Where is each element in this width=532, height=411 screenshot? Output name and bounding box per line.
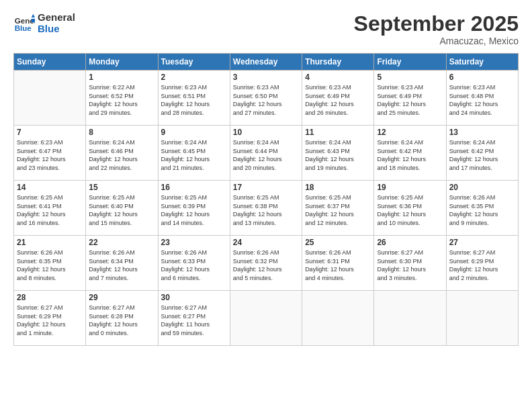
day-info: Sunrise: 6:27 AM Sunset: 6:29 PM Dayligh… <box>17 304 83 337</box>
day-number: 18 <box>305 183 371 192</box>
day-number: 20 <box>449 183 515 192</box>
page: General Blue General Blue September 2025… <box>0 0 532 411</box>
col-thursday: Thursday <box>302 54 374 71</box>
table-row: 24Sunrise: 6:26 AM Sunset: 6:32 PM Dayli… <box>230 236 302 291</box>
day-info: Sunrise: 6:26 AM Sunset: 6:33 PM Dayligh… <box>161 248 227 282</box>
day-info: Sunrise: 6:22 AM Sunset: 6:52 PM Dayligh… <box>89 83 154 117</box>
day-info: Sunrise: 6:25 AM Sunset: 6:36 PM Dayligh… <box>377 193 443 227</box>
table-row: 26Sunrise: 6:27 AM Sunset: 6:30 PM Dayli… <box>374 236 446 291</box>
logo-icon: General Blue <box>13 13 35 34</box>
day-info: Sunrise: 6:26 AM Sunset: 6:35 PM Dayligh… <box>449 193 515 227</box>
table-row: 19Sunrise: 6:25 AM Sunset: 6:36 PM Dayli… <box>374 181 446 236</box>
table-row: 27Sunrise: 6:27 AM Sunset: 6:29 PM Dayli… <box>446 236 518 291</box>
day-info: Sunrise: 6:26 AM Sunset: 6:35 PM Dayligh… <box>17 248 83 282</box>
day-number: 9 <box>161 128 227 137</box>
col-tuesday: Tuesday <box>158 54 230 71</box>
col-friday: Friday <box>374 54 446 71</box>
table-row: 3Sunrise: 6:23 AM Sunset: 6:50 PM Daylig… <box>230 71 302 126</box>
table-row: 6Sunrise: 6:23 AM Sunset: 6:48 PM Daylig… <box>446 71 518 126</box>
table-row: 12Sunrise: 6:24 AM Sunset: 6:42 PM Dayli… <box>374 126 446 181</box>
day-number: 27 <box>449 238 515 247</box>
table-row: 16Sunrise: 6:25 AM Sunset: 6:39 PM Dayli… <box>158 181 230 236</box>
table-row <box>446 291 518 346</box>
day-number: 3 <box>233 73 299 82</box>
title-block: September 2025 Amacuzac, Mexico <box>354 12 519 46</box>
table-row: 15Sunrise: 6:25 AM Sunset: 6:40 PM Dayli… <box>86 181 158 236</box>
day-number: 1 <box>89 73 154 82</box>
logo: General Blue General Blue <box>13 12 75 34</box>
calendar-week-row: 14Sunrise: 6:25 AM Sunset: 6:41 PM Dayli… <box>14 181 519 236</box>
day-info: Sunrise: 6:26 AM Sunset: 6:32 PM Dayligh… <box>233 248 299 282</box>
calendar-week-row: 28Sunrise: 6:27 AM Sunset: 6:29 PM Dayli… <box>14 291 519 346</box>
day-info: Sunrise: 6:25 AM Sunset: 6:41 PM Dayligh… <box>17 193 83 227</box>
table-row: 7Sunrise: 6:23 AM Sunset: 6:47 PM Daylig… <box>14 126 86 181</box>
day-number: 6 <box>449 73 515 82</box>
table-row: 11Sunrise: 6:24 AM Sunset: 6:43 PM Dayli… <box>302 126 374 181</box>
day-info: Sunrise: 6:25 AM Sunset: 6:37 PM Dayligh… <box>305 193 371 227</box>
day-info: Sunrise: 6:24 AM Sunset: 6:44 PM Dayligh… <box>233 138 299 172</box>
day-number: 15 <box>89 183 154 192</box>
table-row: 20Sunrise: 6:26 AM Sunset: 6:35 PM Dayli… <box>446 181 518 236</box>
table-row: 17Sunrise: 6:25 AM Sunset: 6:38 PM Dayli… <box>230 181 302 236</box>
table-row: 8Sunrise: 6:24 AM Sunset: 6:46 PM Daylig… <box>86 126 158 181</box>
day-number: 22 <box>89 238 154 247</box>
header: General Blue General Blue September 2025… <box>13 12 519 46</box>
day-number: 28 <box>17 293 83 302</box>
day-info: Sunrise: 6:27 AM Sunset: 6:30 PM Dayligh… <box>377 248 443 282</box>
day-number: 11 <box>305 128 371 137</box>
day-number: 12 <box>377 128 443 137</box>
day-number: 25 <box>305 238 371 247</box>
day-info: Sunrise: 6:25 AM Sunset: 6:38 PM Dayligh… <box>233 193 299 227</box>
col-wednesday: Wednesday <box>230 54 302 71</box>
day-info: Sunrise: 6:24 AM Sunset: 6:42 PM Dayligh… <box>377 138 443 172</box>
table-row <box>374 291 446 346</box>
day-info: Sunrise: 6:23 AM Sunset: 6:51 PM Dayligh… <box>161 83 227 117</box>
day-number: 7 <box>17 128 83 137</box>
table-row: 30Sunrise: 6:27 AM Sunset: 6:27 PM Dayli… <box>158 291 230 346</box>
table-row: 14Sunrise: 6:25 AM Sunset: 6:41 PM Dayli… <box>14 181 86 236</box>
col-monday: Monday <box>86 54 158 71</box>
day-info: Sunrise: 6:23 AM Sunset: 6:49 PM Dayligh… <box>305 83 371 117</box>
calendar-week-row: 21Sunrise: 6:26 AM Sunset: 6:35 PM Dayli… <box>14 236 519 291</box>
table-row: 10Sunrise: 6:24 AM Sunset: 6:44 PM Dayli… <box>230 126 302 181</box>
svg-marker-2 <box>32 13 35 17</box>
table-row: 29Sunrise: 6:27 AM Sunset: 6:28 PM Dayli… <box>86 291 158 346</box>
table-row <box>230 291 302 346</box>
svg-marker-3 <box>32 18 35 21</box>
table-row: 4Sunrise: 6:23 AM Sunset: 6:49 PM Daylig… <box>302 71 374 126</box>
day-number: 30 <box>161 293 227 302</box>
day-info: Sunrise: 6:24 AM Sunset: 6:45 PM Dayligh… <box>161 138 227 172</box>
day-info: Sunrise: 6:26 AM Sunset: 6:34 PM Dayligh… <box>89 248 154 282</box>
table-row <box>302 291 374 346</box>
day-number: 14 <box>17 183 83 192</box>
day-info: Sunrise: 6:24 AM Sunset: 6:46 PM Dayligh… <box>89 138 154 172</box>
day-info: Sunrise: 6:25 AM Sunset: 6:40 PM Dayligh… <box>89 193 154 227</box>
day-info: Sunrise: 6:27 AM Sunset: 6:28 PM Dayligh… <box>89 304 154 337</box>
day-number: 29 <box>89 293 154 302</box>
logo-general: General <box>38 11 75 23</box>
calendar-week-row: 1Sunrise: 6:22 AM Sunset: 6:52 PM Daylig… <box>14 71 519 126</box>
table-row: 28Sunrise: 6:27 AM Sunset: 6:29 PM Dayli… <box>14 291 86 346</box>
calendar-week-row: 7Sunrise: 6:23 AM Sunset: 6:47 PM Daylig… <box>14 126 519 181</box>
calendar-table: Sunday Monday Tuesday Wednesday Thursday… <box>13 53 519 346</box>
day-info: Sunrise: 6:24 AM Sunset: 6:43 PM Dayligh… <box>305 138 371 172</box>
day-number: 13 <box>449 128 515 137</box>
table-row <box>14 71 86 126</box>
day-number: 4 <box>305 73 371 82</box>
table-row: 22Sunrise: 6:26 AM Sunset: 6:34 PM Dayli… <box>86 236 158 291</box>
day-info: Sunrise: 6:27 AM Sunset: 6:29 PM Dayligh… <box>449 248 515 282</box>
day-number: 5 <box>377 73 443 82</box>
day-info: Sunrise: 6:26 AM Sunset: 6:31 PM Dayligh… <box>305 248 371 282</box>
day-number: 21 <box>17 238 83 247</box>
main-title: September 2025 <box>354 12 519 36</box>
day-info: Sunrise: 6:23 AM Sunset: 6:47 PM Dayligh… <box>17 138 83 172</box>
col-saturday: Saturday <box>446 54 518 71</box>
day-info: Sunrise: 6:23 AM Sunset: 6:48 PM Dayligh… <box>449 83 515 117</box>
day-number: 2 <box>161 73 227 82</box>
day-info: Sunrise: 6:24 AM Sunset: 6:42 PM Dayligh… <box>449 138 515 172</box>
table-row: 13Sunrise: 6:24 AM Sunset: 6:42 PM Dayli… <box>446 126 518 181</box>
day-number: 23 <box>161 238 227 247</box>
day-info: Sunrise: 6:23 AM Sunset: 6:49 PM Dayligh… <box>377 83 443 117</box>
table-row: 18Sunrise: 6:25 AM Sunset: 6:37 PM Dayli… <box>302 181 374 236</box>
table-row: 21Sunrise: 6:26 AM Sunset: 6:35 PM Dayli… <box>14 236 86 291</box>
